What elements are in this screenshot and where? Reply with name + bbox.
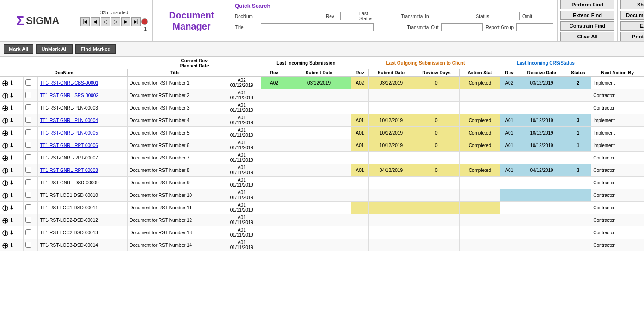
download-icon[interactable]: ⬇ xyxy=(9,192,14,199)
perform-find-button[interactable]: Perform Find xyxy=(560,0,614,9)
row-checkbox-cell[interactable] xyxy=(23,239,37,251)
add-icon[interactable]: ⨁ xyxy=(2,142,8,149)
action-buttons-section: Show All Documents Home Export Print Ver… xyxy=(618,0,644,41)
add-icon[interactable]: ⨁ xyxy=(2,154,8,161)
omit-input[interactable] xyxy=(535,12,553,20)
row-checkbox-cell[interactable] xyxy=(23,139,37,152)
clear-all-button[interactable]: Clear All xyxy=(560,32,614,41)
docnum-link[interactable]: TT1-RST-GNRL-RPT-00008 xyxy=(40,168,98,173)
nav-first-button[interactable]: |◀ xyxy=(80,17,90,26)
row-checkbox[interactable] xyxy=(25,204,31,210)
nav-next-button[interactable]: ▶ xyxy=(121,17,130,26)
download-icon[interactable]: ⬇ xyxy=(9,154,14,161)
add-icon[interactable]: ⨁ xyxy=(2,204,8,211)
row-checkbox[interactable] xyxy=(25,104,31,110)
docnum-cell[interactable]: TT1-RST-GNRL-RPT-00008 xyxy=(38,164,128,177)
nav-prev-button[interactable]: ◀ xyxy=(91,17,100,26)
print-version-button[interactable]: Print Version xyxy=(620,32,644,41)
nav-last-button[interactable]: ▶| xyxy=(131,17,141,26)
row-checkbox-cell[interactable] xyxy=(23,189,37,202)
unmark-all-button[interactable]: UnMark All xyxy=(36,44,73,54)
download-icon[interactable]: ⬇ xyxy=(9,92,14,99)
add-icon[interactable]: ⨁ xyxy=(2,179,8,186)
docnum-link[interactable]: TT1-RST-GNRL-PLN-00005 xyxy=(40,130,98,135)
row-checkbox[interactable] xyxy=(25,129,31,135)
add-icon[interactable]: ⨁ xyxy=(2,167,8,174)
extend-find-button[interactable]: Extend Find xyxy=(560,11,614,20)
row-checkbox[interactable] xyxy=(25,179,31,185)
docnum-link[interactable]: TT1-RST-GNRL-RPT-00006 xyxy=(40,143,98,148)
title-input[interactable] xyxy=(261,23,374,31)
transmittal-in-label: Transmittal In xyxy=(401,14,429,19)
row-checkbox-cell[interactable] xyxy=(23,152,37,164)
add-icon[interactable]: ⨁ xyxy=(2,242,8,249)
download-icon[interactable]: ⬇ xyxy=(9,229,14,236)
add-icon[interactable]: ⨁ xyxy=(2,104,8,111)
transmittal-in-input[interactable] xyxy=(432,12,473,20)
show-all-button[interactable]: Show All xyxy=(620,0,644,9)
row-checkbox-cell[interactable] xyxy=(23,202,37,214)
docnum-cell[interactable]: TT1-RST-GNRL-PLN-00004 xyxy=(38,114,128,127)
report-group-input[interactable] xyxy=(516,23,553,31)
row-checkbox-cell[interactable] xyxy=(23,214,37,226)
documents-home-button[interactable]: Documents Home xyxy=(620,11,644,20)
row-checkbox-cell[interactable] xyxy=(23,177,37,189)
download-icon[interactable]: ⬇ xyxy=(9,80,14,86)
row-checkbox-cell[interactable] xyxy=(23,226,37,239)
add-icon[interactable]: ⨁ xyxy=(2,192,8,199)
row-checkbox[interactable] xyxy=(25,192,31,198)
row-checkbox[interactable] xyxy=(25,80,31,86)
add-icon[interactable]: ⨁ xyxy=(2,117,8,124)
docnum-cell[interactable]: TT1-RST-GNRL-PLN-00005 xyxy=(38,127,128,139)
add-icon[interactable]: ⨁ xyxy=(2,229,8,236)
docnum-cell[interactable]: TT1-RST-GNRL-SRS-00002 xyxy=(38,89,128,102)
docnum-link[interactable]: TT1-RST-GNRL-PLN-00004 xyxy=(40,118,98,123)
add-icon[interactable]: ⨁ xyxy=(2,217,8,224)
nav-prev-small-button[interactable]: ◁ xyxy=(101,17,110,26)
docnum-cell[interactable]: TT1-RST-GNRL-RPT-00006 xyxy=(38,139,128,152)
download-icon[interactable]: ⬇ xyxy=(9,204,14,211)
row-checkbox[interactable] xyxy=(25,217,31,223)
nav-next-small-button[interactable]: ▷ xyxy=(111,17,120,26)
row-checkbox[interactable] xyxy=(25,117,31,123)
docnum-link[interactable]: TT1-RST-GNRL-CBS-00001 xyxy=(40,80,98,86)
row-checkbox-cell[interactable] xyxy=(23,164,37,177)
add-icon[interactable]: ⨁ xyxy=(2,80,8,86)
row-checkbox-cell[interactable] xyxy=(23,114,37,127)
row-checkbox[interactable] xyxy=(25,167,31,173)
constrain-find-button[interactable]: Constrain Find xyxy=(560,21,614,31)
last-status-input[interactable] xyxy=(375,12,398,20)
status-input[interactable] xyxy=(492,12,520,20)
row-checkbox[interactable] xyxy=(25,242,31,248)
download-icon[interactable]: ⬇ xyxy=(9,104,14,111)
docnum-link[interactable]: TT1-RST-GNRL-SRS-00002 xyxy=(40,93,98,98)
download-icon[interactable]: ⬇ xyxy=(9,179,14,186)
row-checkbox[interactable] xyxy=(25,154,31,160)
row-checkbox-cell[interactable] xyxy=(23,102,37,114)
crs-receive-cell xyxy=(518,214,565,226)
docnum-cell[interactable]: TT1-RST-GNRL-CBS-00001 xyxy=(38,77,128,89)
row-checkbox[interactable] xyxy=(25,229,31,235)
row-checkbox[interactable] xyxy=(25,92,31,98)
rev-input[interactable] xyxy=(340,12,356,20)
mark-all-button[interactable]: Mark All xyxy=(4,44,33,54)
add-icon[interactable]: ⨁ xyxy=(2,129,8,136)
download-icon[interactable]: ⬇ xyxy=(9,117,14,124)
download-icon[interactable]: ⬇ xyxy=(9,142,14,149)
add-icon[interactable]: ⨁ xyxy=(2,92,8,99)
docnum-input[interactable] xyxy=(261,12,323,20)
current-rev-cell: A0101/11/2019 xyxy=(222,177,261,189)
find-marked-button[interactable]: Find Marked xyxy=(75,44,116,54)
row-checkbox-cell[interactable] xyxy=(23,77,37,89)
download-icon[interactable]: ⬇ xyxy=(9,217,14,224)
export-button[interactable]: Export xyxy=(620,21,644,31)
transmittal-out-input[interactable] xyxy=(441,23,483,31)
download-icon[interactable]: ⬇ xyxy=(9,242,14,249)
nav-stop-button[interactable] xyxy=(141,18,148,25)
download-icon[interactable]: ⬇ xyxy=(9,129,14,136)
row-checkbox-cell[interactable] xyxy=(23,127,37,139)
row-checkbox[interactable] xyxy=(25,142,31,148)
download-icon[interactable]: ⬇ xyxy=(9,167,14,174)
row-checkbox-cell[interactable] xyxy=(23,89,37,102)
docnum-cell: TT1-RST-LOC2-DSD-00012 xyxy=(38,214,128,226)
